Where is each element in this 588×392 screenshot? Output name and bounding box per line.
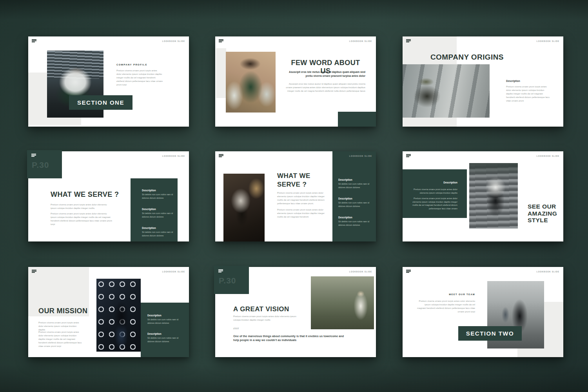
body-text: Asuscipit eros iste metus auctor id dapi… <box>286 82 365 93</box>
description-heading: Description <box>147 332 182 335</box>
slide-title: WHAT WE SERVE ? <box>51 191 119 199</box>
section-two-banner: SECTION TWO <box>458 326 522 341</box>
lookbook-logo-icon <box>32 39 36 42</box>
lookbook-logo-icon <box>406 39 411 42</box>
description-heading: Description <box>338 216 372 219</box>
photo-woman-on-stairs <box>469 163 518 229</box>
lookbook-logo-icon <box>32 270 36 273</box>
paragraph-1: Pretium viverra omare pront turpis antes… <box>51 203 113 210</box>
description-group: Description Sit debitis non cum nobis na… <box>338 197 372 208</box>
description-body: Sit debitis non cum nobis nam id dolores… <box>338 220 372 227</box>
slide-title: COMPANY ORIGINS <box>430 53 504 62</box>
lookbook-logo-icon <box>406 270 411 273</box>
lookbook-logo-icon <box>219 39 223 42</box>
description-body: Sit debitis non cum nobis nam id dolores… <box>338 201 372 208</box>
page-number-block: P.30 <box>27 150 62 178</box>
template-preview-canvas: LOOKBOOK SLIDE COMPANY PROFILE Pretium v… <box>0 0 588 392</box>
description-heading: Description <box>142 189 176 192</box>
description-group: Description Sit debitis non cum nobis na… <box>142 227 176 237</box>
paragraph-2: Pretium viverra omare pront turpis antes… <box>51 212 113 226</box>
slide-header-label: LOOKBOOK SLIDE <box>349 270 372 273</box>
slide-header-label: LOOKBOOK SLIDE <box>349 155 372 157</box>
description-body: Sit debitis non cum nobis nam id dolores… <box>142 230 176 237</box>
slide-header-label: LOOKBOOK SLIDE <box>537 270 559 273</box>
description-body: Sit debitis non cum nobis nam id dolores… <box>142 193 176 200</box>
slide-section-one[interactable]: LOOKBOOK SLIDE COMPANY PROFILE Pretium v… <box>28 36 189 127</box>
slide-a-great-vision[interactable]: LOOKBOOK SLIDE P.30 A GREAT VISION Preti… <box>215 267 376 357</box>
description-body: Sit debitis non cum nobis nam id dolores… <box>338 182 372 189</box>
page-number-label: P.30 <box>32 160 49 170</box>
section-one-banner: SECTION ONE <box>69 95 132 110</box>
lookbook-logo-icon <box>31 154 36 157</box>
description-panel: Description Pretium viverra omare pront … <box>403 169 467 218</box>
slide-what-we-serve-1[interactable]: LOOKBOOK SLIDE P.30 WHAT WE SERVE ? Pret… <box>28 151 189 241</box>
slide-title: SEE OUR AMAZING STYLE <box>528 203 557 224</box>
paragraph-2: Pretium viverra omare pront turpis antes… <box>38 330 82 348</box>
slide-what-we-serve-2[interactable]: Description Sit debitis non cum nobis na… <box>215 151 376 241</box>
description-panel: Description Sit debitis non cum nobis na… <box>131 178 178 241</box>
slide-few-word-about-us[interactable]: LOOKBOOK SLIDE FEW WORD ABOUT US Asuscip… <box>215 36 376 127</box>
body-text: Pretium viverra ornare pront turpis ante… <box>116 69 163 87</box>
paragraph: Pretium viverra ornare pront turpis ante… <box>233 315 303 322</box>
description-heading: Description <box>142 227 176 229</box>
description-heading: Description <box>142 208 176 211</box>
paragraph-1: Pretium viverra omare pront turpis antes… <box>38 321 82 332</box>
lookbook-logo-icon <box>219 154 223 157</box>
description-heading: Description <box>147 314 182 317</box>
page-number-block: P.30 <box>214 266 249 294</box>
paragraph-2: Pretium viverra omare pront turpis antes… <box>412 197 457 210</box>
description-group: Description Sit debitis non cum nobis na… <box>142 189 176 200</box>
paragraph-2: Pretium viverra omare pront turpis antes… <box>277 208 330 219</box>
description-group: Description Sit debitis non cum nobis na… <box>147 332 182 343</box>
description-body: Sit debitis non cum nobis nam id dolores… <box>147 336 182 343</box>
slide-company-origins[interactable]: LOOKBOOK SLIDE COMPANY ORIGINS Descripti… <box>403 36 563 127</box>
decor-accent-corner <box>338 112 376 127</box>
slide-header-label: LOOKBOOK SLIDE <box>537 155 559 157</box>
description-body: Sit debitis non cum nobis nam id dolores… <box>142 212 176 218</box>
kicker-company-profile: COMPANY PROFILE <box>116 64 147 66</box>
slide-section-two[interactable]: LOOKBOOK SLIDE MEET OUR TEAM Pretium viv… <box>403 267 563 357</box>
slide-header-label: LOOKBOOK SLIDE <box>349 40 372 42</box>
decor-gray-strip <box>216 48 226 98</box>
slide-title: WHAT WE SERVE ? <box>277 172 310 189</box>
description-heading: Description <box>338 178 372 181</box>
lookbook-logo-icon <box>218 269 223 272</box>
slide-header-label: LOOKBOOK SLIDE <box>162 155 185 157</box>
slide-see-our-amazing-style[interactable]: LOOKBOOK SLIDE Description Pretium viver… <box>403 151 563 241</box>
description-group: Description Sit debitis non cum nobis na… <box>147 314 182 325</box>
description-heading: Description <box>506 80 520 82</box>
photo-woman-green-top <box>226 52 276 113</box>
description-heading: Description <box>414 181 457 184</box>
paragraph-1: Pretium viverra omare pront turpis antes… <box>412 188 457 194</box>
slide-title: A GREAT VISION <box>233 305 289 313</box>
photo-woman-street-wall <box>403 64 490 118</box>
description-group: Description Sit debitis non cum nobis na… <box>142 208 176 218</box>
paragraph-1: Pretium viverra omare pront turpis antes… <box>277 191 330 205</box>
slide-subtitle: Asuscipit eros iste metus auctor id dapi… <box>286 70 365 78</box>
description-body: Sit debitis non cum nobis nam id dolores… <box>147 318 182 325</box>
quote-text: One of the marvelous things about commun… <box>233 334 347 342</box>
photo-man-in-library <box>223 174 265 241</box>
description-panel: Description Sit debitis non cum nobis na… <box>332 151 376 241</box>
lookbook-logo-icon <box>406 154 411 157</box>
photo-woman-neon-rings <box>96 279 141 352</box>
quote-icon: ““ <box>233 327 238 334</box>
description-group: Description Sit debitis non cum nobis na… <box>338 178 372 189</box>
description-group: Description Sit debitis non cum nobis na… <box>338 216 372 227</box>
page-number-label: P.30 <box>219 276 236 285</box>
slide-title: OUR MISSION <box>38 307 87 315</box>
description-heading: Description <box>338 197 372 200</box>
kicker-meet-our-team: MEET OUR TEAM <box>416 293 475 296</box>
slide-header-label: LOOKBOOK SLIDE <box>162 270 185 273</box>
photo-woman-white-dress-hills <box>311 276 374 329</box>
description-panel: Description Sit debitis non cum nobis na… <box>141 303 189 357</box>
description-body: Pretium viverra omare pront turpis antes… <box>506 85 550 103</box>
body-text: Pretium viverra ornare pront turpis ante… <box>416 299 475 314</box>
slide-header-label: LOOKBOOK SLIDE <box>537 40 559 42</box>
slide-header-label: LOOKBOOK SLIDE <box>162 40 185 42</box>
slide-our-mission[interactable]: LOOKBOOK SLIDE OUR MISSION Pretium viver… <box>28 267 189 357</box>
